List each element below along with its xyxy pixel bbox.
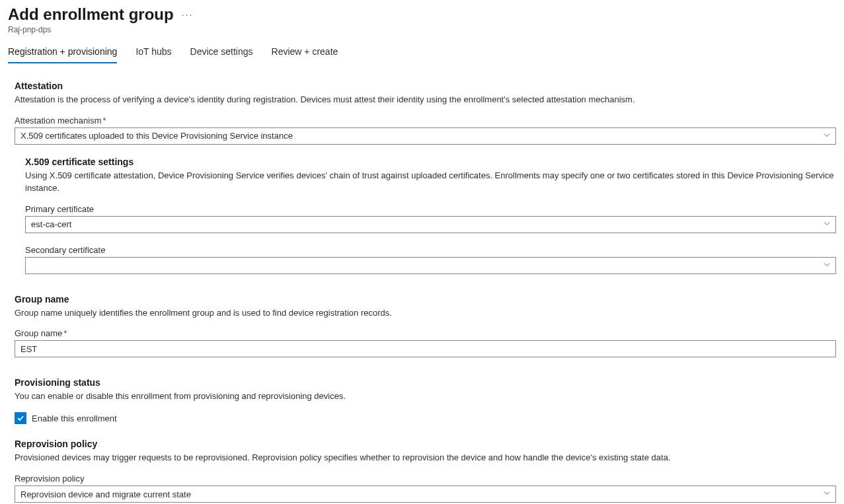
group-name-label: Group name* (15, 328, 836, 338)
attestation-desc: Attestation is the process of verifying … (15, 94, 836, 106)
attestation-mechanism-select[interactable] (15, 127, 836, 145)
breadcrumb: Raj-pnp-dps (8, 25, 836, 34)
primary-cert-select[interactable] (25, 216, 836, 233)
primary-cert-label: Primary certificate (25, 204, 836, 214)
reprovision-desc: Provisioned devices may trigger requests… (15, 452, 836, 464)
x509-heading: X.509 certificate settings (25, 157, 836, 167)
secondary-cert-label: Secondary certificate (25, 245, 836, 255)
provisioning-status-desc: You can enable or disable this enrollmen… (15, 390, 836, 403)
group-name-input[interactable] (15, 340, 836, 357)
attestation-heading: Attestation (15, 81, 836, 91)
more-icon[interactable]: ··· (182, 9, 194, 20)
page-title: Add enrollment group (8, 5, 174, 24)
provisioning-status-heading: Provisioning status (15, 377, 836, 388)
reprovision-policy-select[interactable] (15, 486, 836, 503)
tab-registration-provisioning[interactable]: Registration + provisioning (8, 46, 117, 63)
reprovision-heading: Reprovision policy (15, 439, 836, 449)
tab-iot-hubs[interactable]: IoT hubs (135, 46, 171, 63)
tab-review-create[interactable]: Review + create (272, 46, 338, 63)
enable-enrollment-checkbox[interactable] (15, 412, 26, 424)
tabs: Registration + provisioning IoT hubs Dev… (8, 46, 836, 63)
secondary-cert-select[interactable] (25, 257, 836, 274)
reprovision-policy-label: Reprovision policy (15, 474, 836, 484)
tab-device-settings[interactable]: Device settings (190, 46, 253, 63)
group-name-heading: Group name (15, 294, 836, 305)
enable-enrollment-label: Enable this enrollment (32, 414, 117, 423)
attestation-mechanism-label: Attestation mechanism* (15, 116, 836, 126)
x509-desc: Using X.509 certificate attestation, Dev… (25, 170, 836, 195)
group-name-desc: Group name uniquely identifies the enrol… (15, 307, 836, 320)
